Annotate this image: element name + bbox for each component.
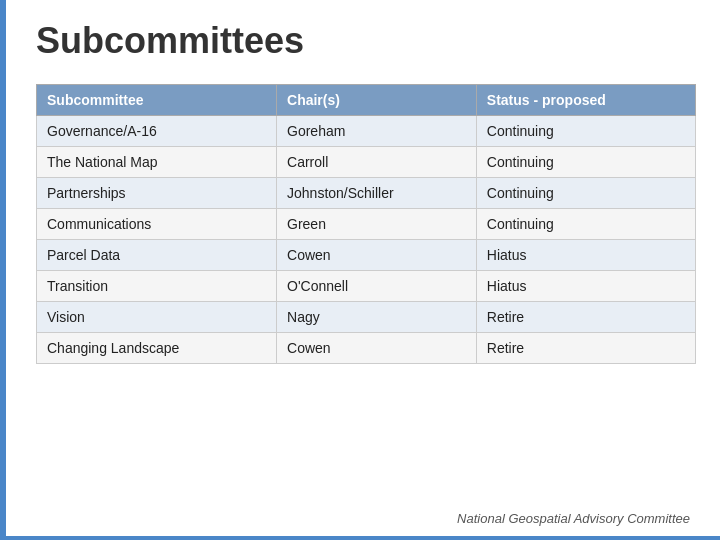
table-row: TransitionO'ConnellHiatus <box>37 271 696 302</box>
cell-r0-c2: Continuing <box>476 116 695 147</box>
left-accent-border <box>0 0 6 540</box>
cell-r6-c2: Retire <box>476 302 695 333</box>
table-row: CommunicationsGreenContinuing <box>37 209 696 240</box>
cell-r5-c0: Transition <box>37 271 277 302</box>
bottom-accent-border <box>0 536 720 540</box>
header-status: Status - proposed <box>476 85 695 116</box>
table-header-row: Subcommittee Chair(s) Status - proposed <box>37 85 696 116</box>
cell-r2-c0: Partnerships <box>37 178 277 209</box>
footer-text: National Geospatial Advisory Committee <box>457 511 690 526</box>
cell-r0-c0: Governance/A-16 <box>37 116 277 147</box>
header-chair: Chair(s) <box>277 85 477 116</box>
cell-r5-c2: Hiatus <box>476 271 695 302</box>
header-subcommittee: Subcommittee <box>37 85 277 116</box>
table-row: Changing LandscapeCowenRetire <box>37 333 696 364</box>
main-content: Subcommittees Subcommittee Chair(s) Stat… <box>0 0 720 384</box>
cell-r3-c1: Green <box>277 209 477 240</box>
cell-r3-c2: Continuing <box>476 209 695 240</box>
table-row: Parcel DataCowenHiatus <box>37 240 696 271</box>
cell-r6-c1: Nagy <box>277 302 477 333</box>
cell-r2-c2: Continuing <box>476 178 695 209</box>
cell-r1-c0: The National Map <box>37 147 277 178</box>
cell-r7-c2: Retire <box>476 333 695 364</box>
cell-r7-c0: Changing Landscape <box>37 333 277 364</box>
table-row: PartnershipsJohnston/SchillerContinuing <box>37 178 696 209</box>
cell-r2-c1: Johnston/Schiller <box>277 178 477 209</box>
cell-r4-c0: Parcel Data <box>37 240 277 271</box>
table-row: VisionNagyRetire <box>37 302 696 333</box>
cell-r1-c1: Carroll <box>277 147 477 178</box>
table-row: Governance/A-16GorehamContinuing <box>37 116 696 147</box>
cell-r4-c1: Cowen <box>277 240 477 271</box>
subcommittees-table: Subcommittee Chair(s) Status - proposed … <box>36 84 696 364</box>
table-row: The National MapCarrollContinuing <box>37 147 696 178</box>
cell-r6-c0: Vision <box>37 302 277 333</box>
cell-r7-c1: Cowen <box>277 333 477 364</box>
cell-r3-c0: Communications <box>37 209 277 240</box>
page-title: Subcommittees <box>36 20 690 62</box>
cell-r5-c1: O'Connell <box>277 271 477 302</box>
cell-r1-c2: Continuing <box>476 147 695 178</box>
cell-r4-c2: Hiatus <box>476 240 695 271</box>
cell-r0-c1: Goreham <box>277 116 477 147</box>
